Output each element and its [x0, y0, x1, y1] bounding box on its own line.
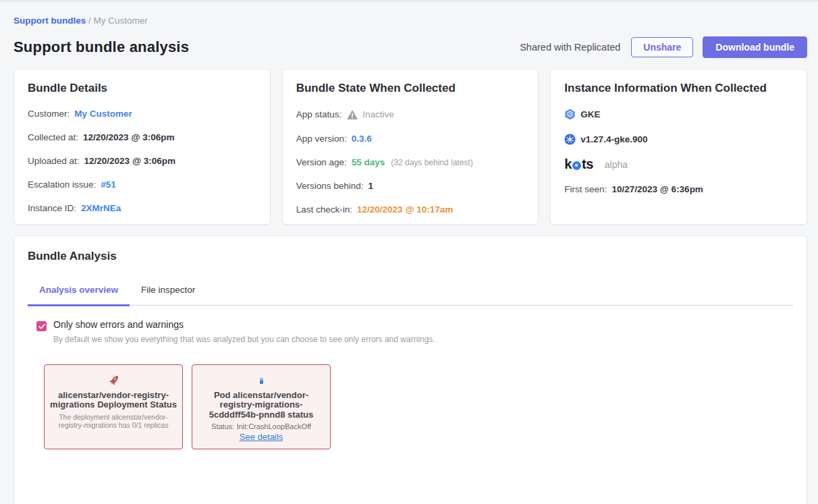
bundle-state-card: Bundle State When Collected App status: … [282, 69, 539, 225]
error-card-message: The deployment alicenstar/vendor-registr… [50, 413, 177, 429]
pod-status-error-card[interactable]: Pod alicenstar/vendor-registry-migration… [192, 364, 331, 449]
collected-at-value: 12/20/2023 @ 3:06pm [83, 132, 175, 142]
rocket-icon [107, 372, 121, 389]
breadcrumb-current: My Customer [94, 16, 148, 26]
download-bundle-button[interactable]: Download bundle [703, 36, 807, 58]
distribution-value: GKE [580, 109, 600, 119]
shared-status-text: Shared with Replicated [520, 42, 620, 53]
bundle-state-title: Bundle State When Collected [296, 82, 525, 95]
bundle-details-card: Bundle Details Customer: My Customer Col… [13, 69, 271, 225]
error-card-status: Status: Init:CrashLoopBackOff [211, 422, 311, 430]
customer-row: Customer: My Customer [28, 109, 256, 119]
gke-icon [564, 109, 576, 120]
warning-icon [346, 109, 358, 120]
kubernetes-icon [564, 134, 576, 145]
header-actions: Shared with Replicated Unshare Download … [520, 36, 807, 58]
kots-logo-k: k [564, 157, 572, 172]
analysis-results: alicenstar/vendor-registry-migrations De… [44, 364, 793, 449]
instance-id-label: Instance ID: [28, 203, 76, 213]
version-age-value: 55 days [352, 157, 385, 167]
only-errors-description: By default we show you everything that w… [53, 335, 435, 344]
instance-id-row: Instance ID: 2XMrNEa [28, 203, 256, 213]
kots-row: kts alpha [564, 157, 793, 172]
analysis-tabs: Analysis overview File inspector [28, 279, 793, 306]
last-checkin-label: Last check-in: [296, 204, 352, 215]
tab-analysis-overview[interactable]: Analysis overview [28, 279, 130, 306]
info-cards-row: Bundle Details Customer: My Customer Col… [13, 69, 807, 225]
app-version-link[interactable]: 0.3.6 [352, 134, 372, 144]
breadcrumb-support-bundles-link[interactable]: Support bundles [13, 16, 86, 26]
uploaded-at-label: Uploaded at: [28, 156, 80, 166]
app-status-label: App status: [296, 109, 342, 119]
kots-logo-ts: ts [582, 157, 593, 172]
customer-label: Customer: [28, 109, 70, 119]
distribution-row: GKE [564, 109, 793, 120]
unshare-button[interactable]: Unshare [631, 37, 693, 57]
version-age-note: (32 days behind latest) [391, 158, 472, 167]
kots-logo-o-icon [572, 161, 581, 170]
version-age-label: Version age: [296, 157, 347, 167]
bundle-analysis-title: Bundle Analysis [28, 250, 793, 263]
app-status-row: App status: Inactive [296, 109, 525, 120]
first-seen-value: 10/27/2023 @ 6:36pm [611, 184, 703, 194]
pod-icon [260, 372, 263, 389]
only-errors-label[interactable]: Only show errors and warnings [53, 319, 435, 330]
error-filter-texts: Only show errors and warnings By default… [53, 319, 435, 344]
versions-behind-value: 1 [369, 181, 374, 191]
customer-link[interactable]: My Customer [74, 109, 132, 119]
last-checkin-row: Last check-in: 12/20/2023 @ 10:17am [296, 204, 525, 215]
first-seen-row: First seen: 10/27/2023 @ 6:36pm [564, 184, 793, 194]
breadcrumb: Support bundles / My Customer [13, 16, 807, 26]
tab-file-inspector[interactable]: File inspector [130, 279, 207, 305]
deployment-status-error-card[interactable]: alicenstar/vendor-registry-migrations De… [44, 364, 183, 449]
see-details-link[interactable]: See details [240, 432, 283, 442]
collected-at-label: Collected at: [28, 132, 78, 142]
escalation-issue-link[interactable]: #51 [101, 179, 116, 190]
app-version-row: App version: 0.3.6 [296, 134, 525, 144]
k8s-version-row: v1.27.4-gke.900 [564, 134, 793, 145]
breadcrumb-separator: / [86, 16, 93, 26]
error-card-title: alicenstar/vendor-registry-migrations De… [50, 391, 177, 410]
versions-behind-label: Versions behind: [296, 181, 364, 191]
app-version-label: App version: [296, 134, 347, 144]
only-errors-checkbox[interactable] [36, 321, 47, 331]
collected-at-row: Collected at: 12/20/2023 @ 3:06pm [28, 132, 256, 142]
page-title: Support bundle analysis [13, 38, 189, 56]
support-bundle-analysis-page: Support bundles / My Customer Support bu… [0, 2, 818, 504]
instance-info-title: Instance Information When Collected [564, 82, 793, 95]
error-filter-row: Only show errors and warnings By default… [36, 319, 793, 344]
page-header: Support bundle analysis Shared with Repl… [13, 36, 807, 58]
instance-info-card: Instance Information When Collected GKE … [550, 69, 807, 225]
instance-id-link[interactable]: 2XMrNEa [81, 203, 121, 213]
last-checkin-value: 12/20/2023 @ 10:17am [357, 204, 453, 215]
first-seen-label: First seen: [564, 184, 607, 194]
bundle-details-title: Bundle Details [28, 82, 256, 95]
uploaded-at-value: 12/20/2023 @ 3:06pm [84, 156, 176, 166]
version-age-row: Version age: 55 days (32 days behind lat… [296, 157, 525, 167]
escalation-issue-label: Escalation issue: [28, 179, 96, 190]
k8s-version-value: v1.27.4-gke.900 [580, 134, 647, 144]
uploaded-at-row: Uploaded at: 12/20/2023 @ 3:06pm [28, 156, 256, 166]
kots-channel-label: alpha [605, 159, 628, 170]
bundle-analysis-section: Bundle Analysis Analysis overview File i… [13, 235, 807, 504]
escalation-issue-row: Escalation issue: #51 [28, 179, 256, 190]
app-status-value: Inactive [362, 109, 394, 119]
kots-logo: kts [564, 157, 593, 172]
error-card-title: Pod alicenstar/vendor-registry-migration… [198, 391, 325, 420]
versions-behind-row: Versions behind: 1 [296, 181, 525, 191]
